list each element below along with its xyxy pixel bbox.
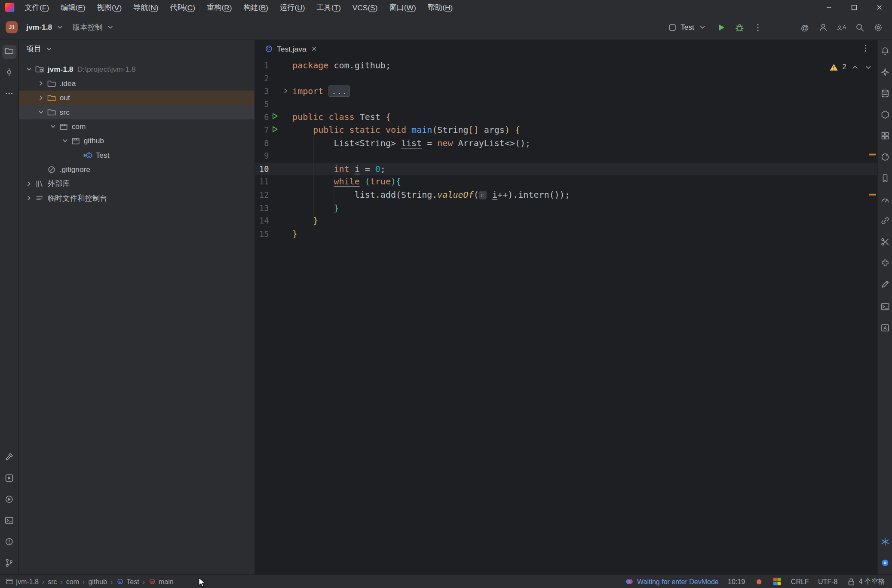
chevron-down-icon[interactable] xyxy=(24,64,34,74)
breadcrumb-github[interactable]: github xyxy=(87,578,108,586)
terminal-button[interactable] xyxy=(2,514,16,528)
commit-button[interactable] xyxy=(2,66,16,80)
snippets-button[interactable] xyxy=(878,236,892,250)
more-run-options-button[interactable] xyxy=(750,19,766,35)
services-button[interactable] xyxy=(2,472,16,486)
code-editor[interactable]: 1package com.github;23import ...56public… xyxy=(255,57,877,574)
menu-item-code[interactable]: 代码(C) xyxy=(164,0,201,15)
close-button[interactable] xyxy=(867,0,892,15)
tree-item-idea[interactable]: .idea xyxy=(19,76,254,90)
build-button[interactable] xyxy=(2,450,16,465)
tab-close-button[interactable] xyxy=(310,44,319,53)
chevron-right-icon[interactable] xyxy=(36,79,46,88)
tree-item-out[interactable]: out xyxy=(19,91,254,105)
breadcrumb-main[interactable]: mmain xyxy=(147,578,175,586)
project-badge[interactable]: J1 xyxy=(6,21,18,33)
tree-item-external-libraries[interactable]: 外部库 xyxy=(19,177,254,191)
build-variants-button[interactable] xyxy=(878,129,892,144)
folded-imports[interactable]: ... xyxy=(328,86,349,97)
vcs-widget[interactable]: 版本控制 xyxy=(69,19,119,35)
build-icon xyxy=(5,452,14,463)
maven-button[interactable] xyxy=(878,108,892,122)
device-manager-button[interactable] xyxy=(878,172,892,186)
menu-item-file[interactable]: 文件(F) xyxy=(19,0,55,15)
dev-plugin-button[interactable] xyxy=(878,557,892,571)
breadcrumb-test[interactable]: CTest xyxy=(115,578,141,586)
code-with-me-button[interactable] xyxy=(878,214,892,229)
warning-stripe-mark[interactable] xyxy=(869,194,876,196)
menu-item-refactor[interactable]: 重构(R) xyxy=(201,0,237,15)
menu-item-vcs[interactable]: VCS(S) xyxy=(346,0,383,15)
version-control-button[interactable] xyxy=(2,557,16,571)
chevron-down-icon[interactable] xyxy=(48,122,58,131)
project-panel-header[interactable]: 项目 xyxy=(19,40,254,57)
tree-item-test-class[interactable]: CTest xyxy=(19,148,254,162)
chevron-right-icon[interactable] xyxy=(24,179,34,188)
breadcrumb-com[interactable]: com xyxy=(65,578,80,586)
run-gutter-icon[interactable] xyxy=(271,124,279,137)
maximize-button[interactable] xyxy=(842,0,867,15)
project-switcher[interactable]: jvm-1.8 xyxy=(22,20,69,35)
project-button[interactable] xyxy=(2,45,16,59)
next-problem-icon[interactable] xyxy=(863,62,872,71)
prev-problem-icon[interactable] xyxy=(850,62,859,71)
menu-item-window[interactable]: 窗口(W) xyxy=(383,0,422,15)
plugins-button[interactable] xyxy=(878,257,892,271)
database-button[interactable] xyxy=(878,87,892,101)
profiler-button[interactable] xyxy=(878,193,892,207)
breadcrumb-project[interactable]: jvm-1.8 xyxy=(5,578,40,586)
tree-item-com[interactable]: com xyxy=(19,119,254,133)
inspections-widget[interactable]: 2 xyxy=(829,62,873,71)
gradle-button[interactable] xyxy=(878,151,892,165)
menu-item-build[interactable]: 构建(B) xyxy=(238,0,274,15)
tree-item-scratches[interactable]: 临时文件和控制台 xyxy=(19,191,254,205)
menu-item-view[interactable]: 视图(V) xyxy=(91,0,127,15)
code-with-me-button[interactable] xyxy=(815,19,831,35)
ai-plugin-button[interactable] xyxy=(878,536,892,550)
chevron-right-icon[interactable] xyxy=(24,193,34,202)
fold-chevron-icon[interactable] xyxy=(282,85,289,98)
menu-item-help[interactable]: 帮助(H) xyxy=(422,0,458,15)
translate-button[interactable]: 文A xyxy=(834,19,849,35)
editor-tab-test-java[interactable]: C Test.java xyxy=(258,40,325,57)
notes-button[interactable] xyxy=(878,278,892,292)
code-text: } xyxy=(292,227,877,240)
problems-button[interactable] xyxy=(2,536,16,550)
tab-options-button[interactable] xyxy=(854,43,877,54)
run-tool-button[interactable] xyxy=(2,493,16,507)
debug-button[interactable] xyxy=(732,19,748,35)
settings-button[interactable] xyxy=(870,19,886,35)
chevron-down-icon[interactable] xyxy=(60,136,70,145)
more-tool-windows-button[interactable] xyxy=(2,87,16,101)
red-dot-icon[interactable] xyxy=(754,577,763,586)
run-gutter-icon[interactable] xyxy=(271,111,279,124)
encoding-widget[interactable]: UTF-8 xyxy=(818,578,837,586)
run-button[interactable] xyxy=(713,19,729,35)
mention-button[interactable]: @ xyxy=(797,19,813,35)
menu-item-navigate[interactable]: 导航(N) xyxy=(128,0,164,15)
breadcrumb-src[interactable]: src xyxy=(46,578,58,586)
terminal-tool-button[interactable] xyxy=(878,300,892,315)
translation-tool-button[interactable]: A xyxy=(878,322,892,336)
windows-logo-icon[interactable] xyxy=(772,577,782,586)
tree-item-jvm-root[interactable]: jvm-1.8D:\project\jvm-1.8 xyxy=(19,62,254,76)
search-everywhere-button[interactable] xyxy=(852,19,868,35)
ai-assistant-button[interactable] xyxy=(878,66,892,80)
warning-stripe-mark[interactable] xyxy=(869,153,876,155)
menu-item-run[interactable]: 运行(U) xyxy=(274,0,310,15)
run-config-icon xyxy=(668,23,677,32)
line-number: 7 xyxy=(255,124,269,137)
minimize-button[interactable] xyxy=(816,0,842,15)
run-config-selector[interactable]: Test xyxy=(664,20,711,35)
tree-item-src[interactable]: src xyxy=(19,105,254,119)
menu-item-tools[interactable]: 工具(T) xyxy=(311,0,347,15)
tree-item-gitignore[interactable]: .gitignore xyxy=(19,162,254,176)
menu-item-edit[interactable]: 编辑(E) xyxy=(55,0,91,15)
indent-widget[interactable]: 4 个空格 xyxy=(847,577,885,587)
line-ending-widget[interactable]: CRLF xyxy=(791,578,809,586)
notifications-button[interactable] xyxy=(878,45,892,59)
tree-item-github[interactable]: github xyxy=(19,134,254,148)
chevron-right-icon[interactable] xyxy=(36,93,46,102)
more-vertical-icon xyxy=(861,43,870,52)
chevron-down-icon[interactable] xyxy=(36,107,46,116)
